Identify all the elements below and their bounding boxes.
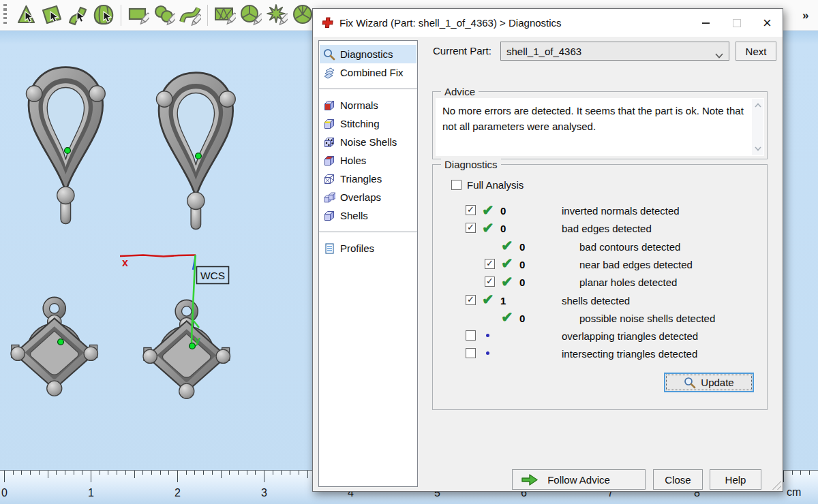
ruler-tick	[100, 471, 100, 475]
sidebar-item-label: Noise Shells	[340, 136, 397, 148]
ruler-tick	[264, 471, 264, 482]
sidebar-item-normals[interactable]: Normals	[320, 96, 416, 114]
ruler-tick	[21, 471, 22, 475]
sidebar-item-triangles[interactable]: Triangles	[320, 170, 416, 188]
select-triangles-button[interactable]	[15, 3, 37, 27]
ruler-tick	[290, 471, 290, 475]
diag-checkbox-near-bad-edges-detected[interactable]: ✓	[485, 259, 495, 269]
toolbar-overflow-button[interactable]: »	[802, 9, 808, 22]
chevron-down-icon	[715, 49, 723, 61]
ruler-tick	[800, 471, 801, 475]
sidebar-item-stitching[interactable]: Stitching	[320, 114, 416, 133]
ruler-tick	[273, 471, 273, 475]
toolbar-separator	[207, 5, 208, 26]
help-button[interactable]: Help	[710, 469, 761, 490]
sidebar-item-profiles[interactable]: Profiles	[320, 239, 416, 257]
select-plane-button[interactable]	[41, 3, 63, 27]
magnifier-icon	[684, 377, 696, 389]
ruler-tick	[30, 471, 31, 475]
full-analysis-checkbox[interactable]	[451, 180, 461, 190]
mark-curve-button[interactable]	[179, 3, 201, 27]
next-button[interactable]: Next	[736, 42, 776, 61]
toolbar-icons	[13, 3, 316, 27]
ruler-tick	[221, 471, 222, 478]
screen: x y WCS » 012345678 cm Fix Wizard (Part:…	[0, 0, 818, 504]
ruler-tick	[108, 471, 108, 475]
resize-grip[interactable]	[770, 478, 781, 490]
ruler-tick	[194, 471, 195, 475]
ruler-number: 0	[1, 487, 7, 499]
pending-dot-icon	[486, 351, 489, 355]
mark-sectors-button[interactable]	[240, 3, 262, 27]
mark-rectangle-button[interactable]	[127, 3, 149, 27]
dialog-title: Fix Wizard (Part: shell_1_of_4363) > Dia…	[339, 17, 562, 29]
minimize-button[interactable]	[691, 9, 721, 37]
mark-star-button[interactable]	[266, 3, 288, 27]
ruler-tick	[39, 471, 40, 475]
toolbar-drag-handle[interactable]	[3, 4, 7, 26]
close-window-button[interactable]: ×	[752, 9, 783, 37]
maximize-button[interactable]	[721, 9, 752, 37]
sidebar-separator	[319, 232, 417, 232]
sidebar-item-combined-fix[interactable]: Combined Fix	[320, 63, 416, 82]
green-arrow-icon	[521, 473, 539, 488]
mark-mesh-button[interactable]	[214, 3, 236, 27]
ruler-tick	[48, 471, 48, 478]
ruler-tick	[117, 471, 117, 475]
sidebar-item-shells[interactable]: Shells	[320, 206, 416, 225]
green-check-icon: ✔	[482, 202, 494, 219]
diag-checkbox-inverted-normals-detected[interactable]: ✓	[466, 205, 476, 215]
diag-row-label: bad edges detected	[562, 223, 652, 234]
sidebar-item-label: Shells	[340, 210, 368, 221]
current-part-label: Current Part:	[433, 45, 491, 57]
follow-advice-button[interactable]: Follow Advice	[512, 469, 646, 490]
ruler-tick	[13, 471, 14, 475]
ruler-tick	[65, 471, 65, 475]
sidebar-item-overlaps[interactable]: Overlaps	[320, 188, 416, 206]
diag-checkbox-bad-edges-detected[interactable]: ✓	[466, 223, 476, 233]
ruler-tick	[168, 471, 169, 475]
ruler-tick	[82, 471, 82, 475]
advice-group-title: Advice	[441, 86, 479, 97]
diagnostics-group-title: Diagnostics	[441, 159, 501, 170]
diag-count: 0	[500, 205, 506, 217]
cube-wire-icon	[323, 173, 335, 185]
select-shell-button[interactable]	[93, 3, 115, 27]
ruler-tick	[229, 471, 230, 475]
diag-checkbox-intersecting-triangles-detected[interactable]	[466, 348, 476, 358]
document-icon	[323, 242, 335, 255]
sidebar-item-noise-shells[interactable]: Noise Shells	[320, 133, 416, 151]
diagnostics-groupbox: Diagnostics Full Analysis ✓✔0inverted no…	[432, 164, 768, 410]
update-button[interactable]: Update	[664, 373, 754, 392]
diag-row-label: intersecting triangles detected	[562, 348, 697, 360]
diag-count: 0	[500, 223, 506, 234]
mark-pie-button[interactable]	[292, 3, 314, 27]
fix-wizard-cross-icon	[322, 17, 333, 29]
current-part-dropdown[interactable]: shell_1_of_4363	[500, 42, 729, 61]
diag-checkbox-shells-detected[interactable]: ✓	[466, 295, 476, 305]
mark-circles-button[interactable]	[153, 3, 175, 27]
green-check-icon: ✔	[501, 309, 513, 326]
ruler-tick	[809, 471, 810, 475]
diag-checkbox-overlapping-triangles-detected[interactable]	[466, 330, 476, 341]
diag-row-label: possible noise shells detected	[579, 313, 715, 324]
advice-groupbox: Advice No more errors are detected. It s…	[432, 91, 768, 159]
ruler-number: 1	[88, 487, 94, 499]
sidebar-item-diagnostics[interactable]: Diagnostics	[320, 45, 416, 63]
ruler-tick	[212, 471, 213, 475]
diag-row-label: planar holes detected	[579, 277, 677, 288]
cube-dots-icon	[323, 136, 335, 148]
ruler-tick	[151, 471, 152, 475]
green-check-icon: ✔	[482, 220, 494, 236]
diag-checkbox-planar-holes-detected[interactable]: ✓	[485, 277, 495, 287]
close-button[interactable]: Close	[653, 469, 703, 490]
dialog-titlebar[interactable]: Fix Wizard (Part: shell_1_of_4363) > Dia…	[313, 9, 783, 37]
ruler-unit-label: cm	[787, 486, 801, 499]
diag-count: 0	[519, 277, 525, 288]
sidebar-item-holes[interactable]: Holes	[320, 151, 416, 170]
ruler-tick	[4, 471, 5, 482]
ruler-tick	[255, 471, 256, 475]
advice-scrollbar[interactable]	[752, 99, 763, 155]
sidebar-item-label: Diagnostics	[340, 48, 393, 60]
select-surface-button[interactable]	[67, 3, 89, 27]
